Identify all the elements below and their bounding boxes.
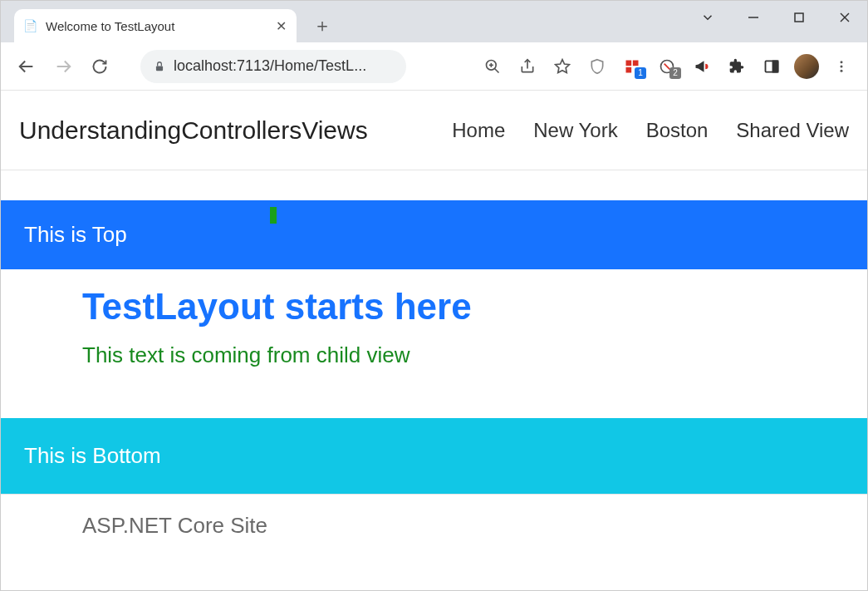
svg-rect-13 [626, 60, 632, 66]
svg-rect-14 [633, 60, 639, 66]
window-controls [684, 1, 867, 34]
tab-close-icon[interactable]: ✕ [273, 18, 288, 33]
tab-favicon-icon: 📄 [22, 18, 37, 33]
window-maximize-icon[interactable] [776, 1, 821, 34]
page-heading: TestLayout starts here [82, 286, 867, 328]
extension-2-icon[interactable]: 2 [651, 51, 683, 82]
extension-1-icon[interactable]: 1 [616, 51, 648, 82]
nav-forward-icon[interactable] [47, 51, 79, 82]
top-band: This is Top [1, 200, 867, 269]
svg-line-8 [495, 68, 499, 72]
svg-rect-1 [795, 13, 803, 22]
extension-2-badge: 2 [669, 67, 681, 79]
window-close-icon[interactable] [821, 1, 867, 34]
svg-point-22 [841, 69, 843, 71]
profile-avatar[interactable] [791, 51, 822, 82]
browser-tab[interactable]: 📄 Welcome to TestLayout ✕ [14, 9, 297, 42]
nav-back-icon[interactable] [11, 51, 42, 82]
svg-marker-12 [556, 59, 570, 72]
nav-link-shared-view[interactable]: Shared View [736, 119, 849, 142]
top-band-text: This is Top [24, 222, 127, 247]
kebab-menu-icon[interactable] [826, 51, 857, 82]
site-footer: ASP.NET Core Site [1, 494, 867, 559]
window-minimize-icon[interactable] [730, 1, 776, 34]
site-brand[interactable]: UnderstandingControllersViews [19, 116, 368, 145]
svg-point-21 [841, 65, 843, 67]
zoom-icon[interactable] [477, 51, 508, 82]
megaphone-icon[interactable] [686, 51, 718, 82]
url-text: localhost:7113/Home/TestL... [174, 57, 366, 75]
new-tab-button[interactable]: ＋ [308, 12, 336, 40]
svg-rect-19 [773, 61, 778, 71]
nav-reload-icon[interactable] [84, 51, 115, 82]
site-header: UnderstandingControllersViews Home New Y… [1, 91, 867, 170]
svg-point-20 [841, 61, 843, 63]
tab-search-icon[interactable] [684, 1, 730, 34]
share-icon[interactable] [512, 51, 543, 82]
tab-title: Welcome to TestLayout [46, 19, 265, 33]
svg-rect-6 [156, 66, 163, 71]
footer-text: ASP.NET Core Site [82, 513, 267, 538]
main-content: TestLayout starts here This text is comi… [1, 269, 867, 418]
bookmark-star-icon[interactable] [547, 51, 578, 82]
extensions-puzzle-icon[interactable] [721, 51, 753, 82]
browser-toolbar: localhost:7113/Home/TestL... 1 2 [1, 42, 867, 91]
bottom-band-text: This is Bottom [24, 443, 161, 468]
bottom-band: This is Bottom [1, 418, 867, 494]
nav-link-new-york[interactable]: New York [533, 119, 617, 142]
address-bar[interactable]: localhost:7113/Home/TestL... [140, 50, 406, 83]
svg-rect-15 [626, 66, 632, 72]
page-subtext: This text is coming from child view [82, 342, 867, 368]
green-marker-icon [270, 207, 277, 224]
browser-titlebar: 📄 Welcome to TestLayout ✕ ＋ [1, 1, 867, 42]
avatar-image [794, 54, 819, 79]
lock-icon [154, 61, 165, 72]
extension-1-badge: 1 [635, 67, 646, 79]
shield-icon[interactable] [581, 51, 613, 82]
nav-link-home[interactable]: Home [452, 119, 505, 142]
nav-link-boston[interactable]: Boston [646, 119, 709, 142]
site-nav: Home New York Boston Shared View [452, 119, 849, 142]
side-panel-icon[interactable] [756, 51, 787, 82]
